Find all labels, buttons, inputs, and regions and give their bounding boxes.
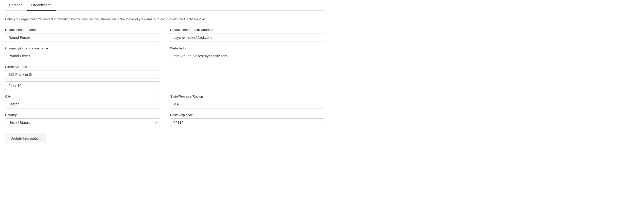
street-address-2-input[interactable] [5, 81, 160, 90]
form-description: Enter your organization's contact inform… [5, 17, 325, 22]
company-name-label: Company/Organization name [5, 46, 160, 50]
state-input[interactable] [170, 100, 325, 108]
default-sender-email-input[interactable] [170, 33, 325, 42]
company-name-input[interactable] [5, 52, 160, 60]
city-label: City [5, 95, 160, 98]
postal-code-input[interactable] [170, 118, 325, 127]
tab-bar: Personal Organization [5, 0, 325, 11]
country-group: Country United States Canada United King… [5, 113, 160, 127]
page-container: Personal Organization Enter your organiz… [0, 0, 330, 153]
website-url-label: Website Url [170, 46, 325, 50]
street-inputs-container [5, 70, 160, 90]
state-label: State/Province/Region [170, 95, 325, 98]
tab-organization[interactable]: Organization [27, 0, 55, 11]
street-address-1-input[interactable] [5, 70, 160, 79]
update-information-button[interactable]: Update Information [5, 134, 46, 143]
street-address-group: Street Address [5, 65, 160, 90]
country-select[interactable]: United States Canada United Kingdom [5, 118, 160, 127]
country-select-wrapper: United States Canada United Kingdom ▾ [5, 118, 160, 127]
default-sender-name-input[interactable] [5, 33, 160, 42]
city-group: City [5, 95, 160, 108]
postal-code-group: Postal/Zip code [170, 113, 325, 127]
country-label: Country [5, 113, 160, 117]
default-sender-email-group: Default sender email address [170, 28, 325, 42]
company-name-group: Company/Organization name [5, 46, 160, 60]
postal-code-label: Postal/Zip code [170, 113, 325, 117]
form-grid: Default sender name Default sender email… [5, 28, 325, 132]
street-right-spacer [170, 65, 325, 90]
website-url-group: Website Url [170, 46, 325, 60]
default-sender-email-label: Default sender email address [170, 28, 325, 32]
tab-personal[interactable]: Personal [5, 0, 27, 11]
website-url-input[interactable] [170, 52, 325, 60]
state-group: State/Province/Region [170, 95, 325, 108]
default-sender-name-label: Default sender name [5, 28, 160, 32]
city-input[interactable] [5, 100, 160, 108]
street-address-label: Street Address [5, 65, 160, 69]
default-sender-name-group: Default sender name [5, 28, 160, 42]
